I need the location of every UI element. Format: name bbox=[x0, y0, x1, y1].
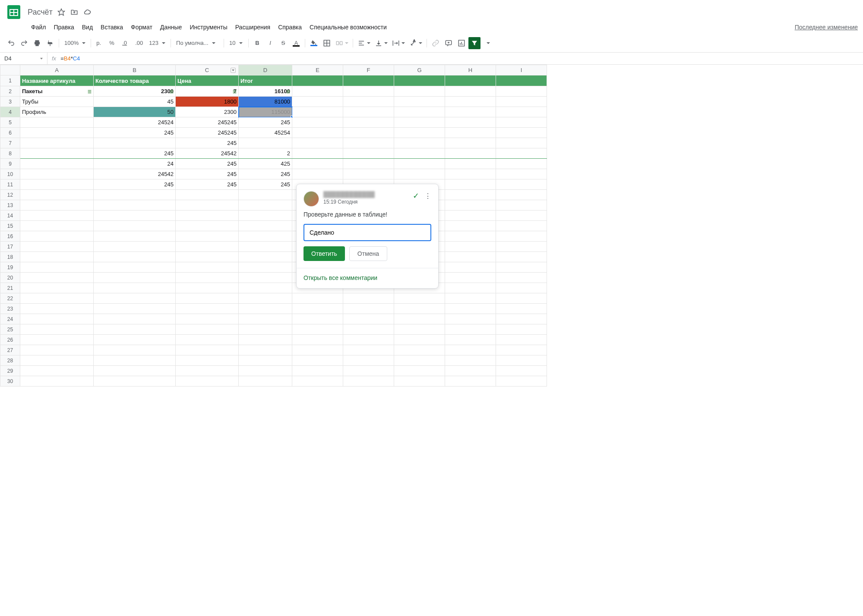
spreadsheet-grid[interactable]: A B C D E F G H I 1 Название артикула Ко… bbox=[0, 65, 863, 387]
redo-icon[interactable] bbox=[18, 37, 30, 49]
fill-color-icon[interactable] bbox=[308, 37, 320, 49]
col-header-g[interactable]: G bbox=[394, 65, 445, 75]
row-header[interactable]: 8 bbox=[0, 148, 20, 159]
menu-file[interactable]: Файл bbox=[28, 22, 49, 32]
cell[interactable] bbox=[496, 75, 547, 86]
menu-help[interactable]: Справка bbox=[275, 22, 305, 32]
cell[interactable]: 7☰ bbox=[176, 86, 239, 97]
row-header[interactable]: 7 bbox=[0, 138, 20, 148]
undo-icon[interactable] bbox=[5, 37, 17, 49]
col-header-d[interactable]: D bbox=[239, 65, 292, 75]
more-options-icon[interactable]: ⋮ bbox=[424, 192, 431, 200]
insert-chart-icon[interactable] bbox=[455, 37, 468, 49]
cell[interactable]: Профиль bbox=[20, 107, 94, 117]
row-header[interactable]: 3 bbox=[0, 97, 20, 107]
cancel-button[interactable]: Отмена bbox=[349, 246, 387, 261]
menu-extensions[interactable]: Расширения bbox=[232, 22, 274, 32]
menu-insert[interactable]: Вставка bbox=[97, 22, 126, 32]
col-header-e[interactable]: E bbox=[292, 65, 343, 75]
font-size-select[interactable]: 10 bbox=[227, 37, 246, 49]
cell[interactable]: Количество товара bbox=[94, 75, 176, 86]
col-header-h[interactable]: H bbox=[445, 65, 496, 75]
cell[interactable]: 2300 bbox=[176, 107, 239, 117]
row-header[interactable]: 1 bbox=[0, 75, 20, 86]
document-title[interactable]: Расчёт bbox=[28, 8, 53, 17]
cell[interactable]: Пакеты☰ bbox=[20, 86, 94, 97]
col-filter-icon[interactable] bbox=[231, 68, 236, 73]
borders-icon[interactable] bbox=[321, 37, 333, 49]
horizontal-align-icon[interactable] bbox=[356, 37, 372, 49]
star-icon[interactable] bbox=[57, 8, 66, 16]
menu-edit[interactable]: Правка bbox=[50, 22, 77, 32]
last-edit-link[interactable]: Последнее изменение bbox=[795, 24, 858, 31]
cell[interactable]: 1800 bbox=[176, 97, 239, 107]
filter-dropdown-icon[interactable] bbox=[481, 37, 493, 49]
text-wrap-icon[interactable] bbox=[390, 37, 407, 49]
cell[interactable]: 50 bbox=[94, 107, 176, 117]
filter-icon[interactable] bbox=[468, 37, 480, 49]
row-header[interactable]: 11 bbox=[0, 179, 20, 190]
merge-cells-icon[interactable] bbox=[334, 37, 350, 49]
strikethrough-icon[interactable]: S bbox=[277, 37, 289, 49]
cell[interactable] bbox=[292, 75, 343, 86]
row-header[interactable]: 6 bbox=[0, 128, 20, 138]
filter-icon[interactable]: ☰ bbox=[286, 89, 290, 94]
filter-icon[interactable]: ☰ bbox=[170, 89, 174, 94]
filter-icon[interactable]: ☰ bbox=[88, 89, 92, 94]
select-all-corner[interactable] bbox=[0, 65, 20, 75]
print-icon[interactable] bbox=[31, 37, 43, 49]
cell[interactable]: 81000 bbox=[239, 97, 292, 107]
cell[interactable]: Итог bbox=[239, 75, 292, 86]
cell[interactable] bbox=[343, 75, 394, 86]
insert-comment-icon[interactable] bbox=[443, 37, 455, 49]
col-header-b[interactable]: B bbox=[94, 65, 176, 75]
row-header[interactable]: 9 bbox=[0, 159, 20, 169]
sheets-logo-icon[interactable] bbox=[5, 3, 22, 21]
increase-decimal-button[interactable]: .00 bbox=[133, 37, 145, 49]
formula-input[interactable]: =B4*C4 bbox=[60, 55, 80, 62]
cell[interactable]: Цена bbox=[176, 75, 239, 86]
text-color-icon[interactable]: A bbox=[290, 37, 302, 49]
cell[interactable] bbox=[445, 75, 496, 86]
cell[interactable]: Трубы bbox=[20, 97, 94, 107]
menu-data[interactable]: Данные bbox=[157, 22, 186, 32]
cloud-status-icon[interactable] bbox=[83, 8, 92, 16]
font-select[interactable]: По умолча... bbox=[174, 37, 221, 49]
col-header-c[interactable]: C bbox=[176, 65, 239, 75]
menu-tools[interactable]: Инструменты bbox=[186, 22, 231, 32]
move-folder-icon[interactable] bbox=[70, 8, 79, 16]
row-header[interactable]: 10 bbox=[0, 169, 20, 179]
filter-icon[interactable]: ☰ bbox=[233, 89, 237, 94]
cell-reference-box[interactable]: D4 bbox=[0, 53, 47, 64]
cell[interactable]: 16100☰ bbox=[239, 86, 292, 97]
resolve-icon[interactable]: ✓ bbox=[413, 191, 419, 201]
vertical-align-icon[interactable] bbox=[373, 37, 389, 49]
row-header[interactable]: 2 bbox=[0, 86, 20, 97]
row-header[interactable]: 5 bbox=[0, 117, 20, 128]
cell-selected[interactable]: 115000 bbox=[239, 107, 292, 117]
italic-icon[interactable]: I bbox=[264, 37, 276, 49]
decrease-decimal-button[interactable]: .0 bbox=[120, 37, 132, 49]
col-header-i[interactable]: I bbox=[496, 65, 547, 75]
percent-button[interactable]: % bbox=[107, 37, 119, 49]
paint-format-icon[interactable] bbox=[44, 37, 56, 49]
menu-format[interactable]: Формат bbox=[127, 22, 156, 32]
open-all-comments-link[interactable]: Открыть все комментарии bbox=[303, 268, 431, 281]
cell[interactable]: 45 bbox=[94, 97, 176, 107]
bold-icon[interactable]: B bbox=[251, 37, 263, 49]
cell[interactable]: 2300☰ bbox=[94, 86, 176, 97]
col-header-f[interactable]: F bbox=[343, 65, 394, 75]
reply-button[interactable]: Ответить bbox=[303, 246, 345, 261]
col-header-a[interactable]: A bbox=[20, 65, 94, 75]
number-format-select[interactable]: 123 bbox=[146, 37, 168, 49]
menu-view[interactable]: Вид bbox=[79, 22, 96, 32]
menu-accessibility[interactable]: Специальные возможности bbox=[306, 22, 390, 32]
cell[interactable] bbox=[394, 75, 445, 86]
cell[interactable]: Название артикула bbox=[20, 75, 94, 86]
zoom-select[interactable]: 100% bbox=[62, 37, 88, 49]
text-rotation-icon[interactable]: A bbox=[408, 37, 424, 49]
insert-link-icon[interactable] bbox=[430, 37, 442, 49]
row-header[interactable]: 4 bbox=[0, 107, 20, 117]
reply-input[interactable] bbox=[303, 224, 431, 241]
currency-button[interactable]: р. bbox=[94, 37, 106, 49]
